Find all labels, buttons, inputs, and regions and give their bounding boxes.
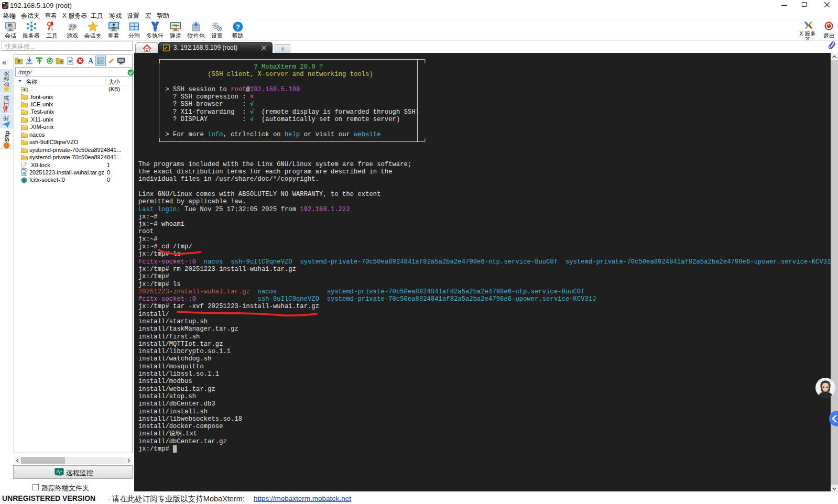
svg-text:A: A — [88, 57, 93, 65]
svg-text:?: ? — [236, 23, 240, 31]
